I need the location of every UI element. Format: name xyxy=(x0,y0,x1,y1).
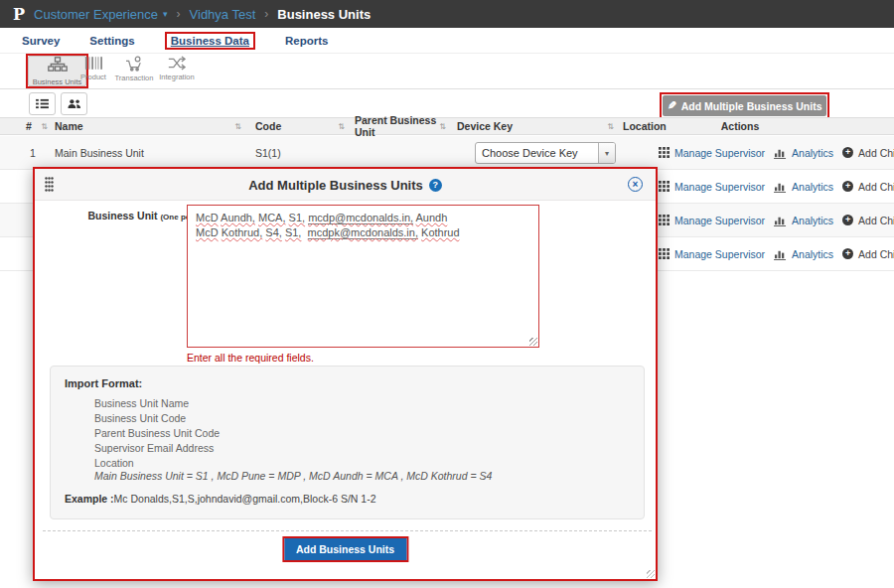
analytics-link[interactable]: Analytics xyxy=(792,215,833,226)
add-multiple-business-units-modal: Add Multiple Business Units ? × Business… xyxy=(33,167,658,581)
manage-supervisor-link[interactable]: Manage Supervisor xyxy=(674,147,765,159)
modal-divider xyxy=(43,530,652,531)
modal-header: Add Multiple Business Units ? × xyxy=(35,169,656,201)
tab-reports[interactable]: Reports xyxy=(285,35,328,47)
brand-logo-icon: P xyxy=(13,5,25,24)
column-header-parent-business-unit[interactable]: Parent Business Unit⇅ xyxy=(355,118,446,134)
row-actions: Manage Supervisor Analytics + Add Child … xyxy=(659,136,894,169)
toolbar-label: Transaction xyxy=(115,74,154,82)
sort-icon: ⇅ xyxy=(338,122,345,131)
users-icon xyxy=(68,95,81,113)
import-format-mapping: Main Business Unit = S1 , McD Pune = MDP… xyxy=(94,470,492,482)
import-format-example: Example :Mc Donalds,S1,S,johndavid@gmail… xyxy=(65,493,376,505)
plus-circle-icon: + xyxy=(842,147,853,158)
table-row: 1 Main Business Unit S1(1) Choose Device… xyxy=(0,136,894,170)
breadcrumb-separator-icon: › xyxy=(177,7,181,21)
row-actions: Manage Supervisor Analytics + Add Child … xyxy=(659,204,894,236)
add-child-link[interactable]: Add Child xyxy=(858,215,894,226)
bar-chart-icon xyxy=(774,248,787,260)
main-nav-tabs: Survey Settings Business Data Reports xyxy=(0,28,894,54)
caret-down-icon: ▾ xyxy=(598,143,615,163)
row-actions: Manage Supervisor Analytics + Add Child … xyxy=(659,170,894,203)
app-switcher-label: Customer Experience xyxy=(34,7,158,22)
sort-icon: ⇅ xyxy=(234,122,241,131)
toolbar-label: Product xyxy=(80,73,106,81)
table-header-row: #⇅ Name⇅ Code⇅ Parent Business Unit⇅ Dev… xyxy=(0,117,894,135)
column-header-actions: Actions xyxy=(685,118,795,134)
add-multiple-label: Add Multiple Business Units xyxy=(681,100,822,112)
business-units-textarea[interactable]: McD Aundh, MCA, S1, mcdp@mcdonalds.in, A… xyxy=(187,205,539,348)
annotation-box-submit: Add Business Units xyxy=(282,536,408,562)
import-format-field: Business Unit Code xyxy=(94,412,186,424)
grid-icon xyxy=(659,147,670,158)
plus-circle-icon: + xyxy=(842,215,853,225)
add-child-link[interactable]: Add Child xyxy=(858,181,894,193)
caret-down-icon: ▾ xyxy=(163,9,168,19)
add-child-link[interactable]: Add Child xyxy=(858,248,894,260)
manage-supervisor-link[interactable]: Manage Supervisor xyxy=(674,248,765,260)
import-format-field: Supervisor Email Address xyxy=(94,442,214,454)
toolbar-item-transaction[interactable]: Transaction xyxy=(111,56,157,82)
list-icon xyxy=(36,95,49,113)
plus-circle-icon: + xyxy=(842,248,853,259)
tab-settings[interactable]: Settings xyxy=(89,35,134,47)
analytics-link[interactable]: Analytics xyxy=(792,248,833,260)
column-header-device-key[interactable]: Device Key⇅ xyxy=(457,118,614,134)
app-window: P Customer Experience ▾ › Vidhya Test › … xyxy=(0,0,894,588)
import-format-title: Import Format: xyxy=(65,377,142,389)
pencil-square-icon: ✎ xyxy=(668,99,676,112)
sort-icon: ⇅ xyxy=(439,122,446,131)
toolbar-label: Business Units xyxy=(33,77,82,86)
add-multiple-business-units-button[interactable]: ✎ Add Multiple Business Units xyxy=(663,95,826,116)
bar-chart-icon xyxy=(774,181,787,193)
column-header-code[interactable]: Code⇅ xyxy=(255,118,345,134)
list-view-button[interactable] xyxy=(29,92,56,115)
sort-icon: ⇅ xyxy=(607,122,614,131)
tab-business-data[interactable]: Business Data xyxy=(165,32,255,50)
plus-circle-icon: + xyxy=(842,181,853,192)
sort-icon: ⇅ xyxy=(41,122,48,131)
row-actions: Manage Supervisor Analytics + Add Child … xyxy=(659,237,894,270)
sitemap-icon xyxy=(48,57,68,75)
textarea-resize-handle[interactable] xyxy=(529,338,537,346)
tab-survey[interactable]: Survey xyxy=(22,35,60,47)
grid-icon xyxy=(659,181,670,192)
toolbar-item-integration[interactable]: Integration xyxy=(157,56,197,81)
bar-chart-icon xyxy=(774,215,787,226)
toolbar-label: Integration xyxy=(159,73,194,81)
column-header-location: Location xyxy=(623,118,682,134)
modal-title: Add Multiple Business Units xyxy=(248,178,423,193)
analytics-link[interactable]: Analytics xyxy=(792,147,833,159)
cart-icon xyxy=(125,56,143,72)
column-header-name[interactable]: Name⇅ xyxy=(55,118,241,134)
breadcrumb-separator-icon: › xyxy=(264,7,268,21)
breadcrumb-current-page: Business Units xyxy=(277,7,371,22)
device-key-select[interactable]: Choose Device Key ▾ xyxy=(475,142,616,164)
import-format-field: Parent Business Unit Code xyxy=(94,427,220,439)
close-icon[interactable]: × xyxy=(628,177,643,192)
help-icon[interactable]: ? xyxy=(429,179,442,192)
grid-icon xyxy=(659,248,670,259)
barcode-icon xyxy=(84,56,102,71)
import-format-panel: Import Format: Business Unit Name Busine… xyxy=(50,366,645,519)
add-business-units-button[interactable]: Add Business Units xyxy=(284,538,406,560)
group-view-button[interactable] xyxy=(61,92,87,115)
manage-supervisor-link[interactable]: Manage Supervisor xyxy=(674,181,765,193)
add-child-link[interactable]: Add Child xyxy=(858,147,894,159)
column-header-num[interactable]: #⇅ xyxy=(26,118,48,134)
breadcrumb-vidhya-test[interactable]: Vidhya Test xyxy=(190,7,256,22)
shuffle-icon xyxy=(168,56,186,71)
row-number: 1 xyxy=(30,136,36,170)
modal-resize-handle[interactable] xyxy=(647,570,655,578)
toolbar-item-product[interactable]: Product xyxy=(77,56,109,81)
grid-icon xyxy=(659,215,670,225)
manage-supervisor-link[interactable]: Manage Supervisor xyxy=(674,215,765,226)
business-unit-code: S1(1) xyxy=(255,136,281,170)
app-switcher[interactable]: Customer Experience ▾ xyxy=(34,7,168,22)
bar-chart-icon xyxy=(774,147,787,159)
import-format-field: Location xyxy=(94,457,134,469)
top-bar: P Customer Experience ▾ › Vidhya Test › … xyxy=(0,0,894,28)
business-data-toolbar: Business Units Product Transaction Integ… xyxy=(0,54,894,89)
analytics-link[interactable]: Analytics xyxy=(792,181,833,193)
device-key-selected-value: Choose Device Key xyxy=(476,143,598,163)
